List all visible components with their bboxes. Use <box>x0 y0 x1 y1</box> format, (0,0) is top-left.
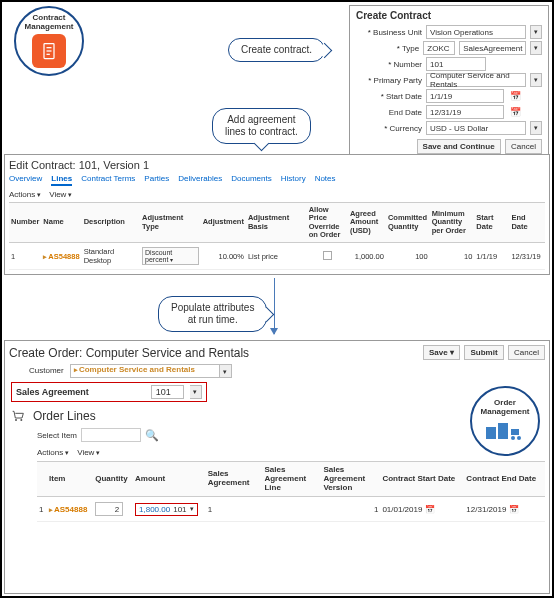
create-contract-dialog: Create Contract Business UnitVision Oper… <box>349 5 549 161</box>
end-date-label: End Date <box>356 108 422 117</box>
contract-management-badge: Contract Management <box>14 6 84 76</box>
number-field[interactable]: 101 <box>426 57 486 71</box>
view-menu[interactable]: View <box>49 190 72 199</box>
col-min-qty: Minimum Quantity per Order <box>430 203 475 243</box>
end-date-field[interactable]: 12/31/19 <box>426 105 504 119</box>
primary-party-label: Primary Party <box>356 76 422 85</box>
cell-name-link[interactable]: AS54888 <box>43 252 79 261</box>
cell-cqty: 100 <box>386 243 430 270</box>
cell-qty-input[interactable]: 2 <box>95 502 123 516</box>
customer-label: Customer <box>29 366 64 375</box>
search-icon[interactable]: 🔍 <box>145 429 159 442</box>
primary-party-field[interactable]: Computer Service and Rentals <box>426 73 526 87</box>
calendar-icon[interactable]: 📅 <box>508 105 522 119</box>
sales-agreement-label: Sales Agreement <box>16 387 89 397</box>
pp-dropdown-icon[interactable]: ▾ <box>530 73 542 87</box>
sa-dropdown-icon[interactable]: ▾ <box>190 385 202 399</box>
customer-dropdown-icon[interactable]: ▾ <box>220 364 232 378</box>
col-qty: Quantity <box>93 462 133 497</box>
save-continue-button[interactable]: Save and Continue <box>417 139 501 154</box>
save-button[interactable]: Save ▾ <box>423 345 460 360</box>
cell-sal: 1 <box>206 497 263 522</box>
col-adj-basis: Adjustment Basis <box>246 203 307 243</box>
tab-history[interactable]: History <box>281 174 306 186</box>
cell-minqty: 10 <box>430 243 475 270</box>
type-field[interactable]: SalesAgreement <box>459 41 526 55</box>
tab-contract-terms[interactable]: Contract Terms <box>81 174 135 186</box>
order-lines-table: Item Quantity Amount Sales Agreement Sal… <box>37 461 545 522</box>
col-sav: Sales Agreement Version <box>321 462 380 497</box>
start-date-label: Start Date <box>356 92 422 101</box>
chevron-down-icon[interactable]: ▾ <box>190 505 194 513</box>
order-lines-heading: Order Lines <box>33 409 96 423</box>
cell-sdate: 1/1/19 <box>474 243 509 270</box>
col-description: Description <box>82 203 140 243</box>
dialog-title: Create Contract <box>356 10 542 21</box>
tab-documents[interactable]: Documents <box>231 174 271 186</box>
svg-point-5 <box>20 419 22 421</box>
table-row[interactable]: 1 AS54888 Standard Desktop Discount perc… <box>9 243 545 270</box>
col-sa: Sales Agreement <box>206 462 263 497</box>
calendar-icon[interactable]: 📅 <box>509 505 519 514</box>
cancel-button[interactable]: Cancel <box>508 345 545 360</box>
tab-notes[interactable]: Notes <box>315 174 336 186</box>
create-order-title: Create Order: Computer Service and Renta… <box>9 346 249 360</box>
actions-menu[interactable]: Actions <box>9 190 41 199</box>
tab-overview[interactable]: Overview <box>9 174 42 186</box>
select-item-input[interactable] <box>81 428 141 442</box>
ol-actions-menu[interactable]: Actions <box>37 448 69 457</box>
start-date-field[interactable]: 1/1/19 <box>426 89 504 103</box>
col-sal: Sales Agreement Line <box>262 462 321 497</box>
svg-point-12 <box>511 436 515 440</box>
cell-desc: Standard Desktop <box>82 243 140 270</box>
cancel-button[interactable]: Cancel <box>505 139 542 154</box>
bu-dropdown-icon[interactable]: ▾ <box>530 25 542 39</box>
svg-rect-10 <box>486 427 496 439</box>
type-prefix[interactable]: ZOKC <box>423 41 455 55</box>
order-mgmt-icon <box>485 419 525 443</box>
customer-field[interactable]: Computer Service and Rentals <box>70 364 220 378</box>
col-adj-type: Adjustment Type <box>140 203 201 243</box>
cell-amount-link[interactable]: 1,800.00 <box>139 505 170 514</box>
cell-number: 1 <box>9 243 41 270</box>
cell-sa-inline[interactable]: 101 <box>173 505 186 514</box>
col-name: Name <box>41 203 81 243</box>
calendar-icon[interactable]: 📅 <box>508 89 522 103</box>
contract-icon <box>32 34 66 68</box>
svg-point-13 <box>517 436 521 440</box>
ol-view-menu[interactable]: View <box>77 448 100 457</box>
bu-field[interactable]: Vision Operations <box>426 25 526 39</box>
svg-point-4 <box>15 419 17 421</box>
currency-label: Currency <box>356 124 422 133</box>
cell-allow-checkbox[interactable] <box>323 251 332 260</box>
cell-adjtype-select[interactable]: Discount percent <box>142 247 199 265</box>
calendar-icon[interactable]: 📅 <box>425 505 435 514</box>
tab-lines[interactable]: Lines <box>51 174 72 186</box>
tab-parties[interactable]: Parties <box>144 174 169 186</box>
cell-rownum: 1 <box>37 497 47 522</box>
col-amount: Amount <box>133 462 206 497</box>
col-allow-override: Allow Price Override on Order <box>307 203 348 243</box>
cur-dropdown-icon[interactable]: ▾ <box>530 121 542 135</box>
bu-label: Business Unit <box>356 28 422 37</box>
create-order-panel: Create Order: Computer Service and Renta… <box>4 340 550 594</box>
type-label: Type <box>356 44 419 53</box>
tab-deliverables[interactable]: Deliverables <box>178 174 222 186</box>
submit-button[interactable]: Submit <box>464 345 503 360</box>
col-agreed-amount: Agreed Amount (USD) <box>348 203 386 243</box>
sales-agreement-field[interactable]: 101 <box>151 385 184 399</box>
table-row[interactable]: 1 AS54888 2 1,800.00 101 ▾ 1 1 01/01/201… <box>37 497 545 522</box>
order-management-badge: Order Management <box>470 386 540 456</box>
cell-edate: 12/31/19 <box>509 243 545 270</box>
currency-field[interactable]: USD - US Dollar <box>426 121 526 135</box>
cell-agreed: 1,000.00 <box>348 243 386 270</box>
cell-adjustment: 10.00% <box>201 243 246 270</box>
col-start-date: Start Date <box>474 203 509 243</box>
col-committed-qty: Committed Quantity <box>386 203 430 243</box>
cell-ced: 12/31/2019 <box>466 505 506 514</box>
callout-create-contract: Create contract. <box>228 38 325 62</box>
svg-rect-11 <box>498 423 508 439</box>
cell-item-link[interactable]: AS54888 <box>49 505 87 514</box>
type-dropdown-icon[interactable]: ▾ <box>530 41 542 55</box>
amount-sa-highlight: 1,800.00 101 ▾ <box>135 503 198 516</box>
